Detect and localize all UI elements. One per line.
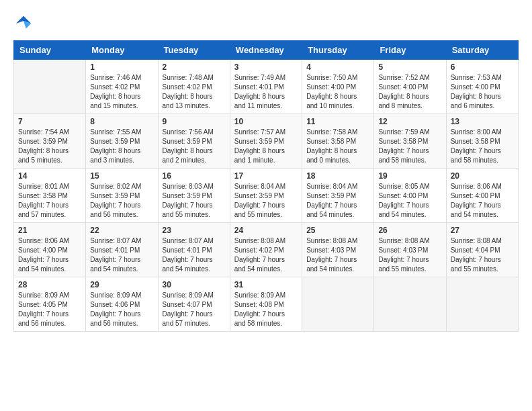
calendar-cell: 27Sunrise: 8:08 AMSunset: 4:04 PMDayligh… bbox=[446, 223, 518, 277]
weekday-header-sunday: Sunday bbox=[14, 41, 86, 60]
day-info: Sunrise: 8:07 AMSunset: 4:01 PMDaylight:… bbox=[163, 236, 226, 274]
day-number: 10 bbox=[234, 117, 298, 126]
calendar-cell: 22Sunrise: 8:07 AMSunset: 4:01 PMDayligh… bbox=[86, 223, 158, 277]
calendar-cell bbox=[446, 277, 518, 332]
weekday-header-friday: Friday bbox=[374, 41, 446, 60]
day-number: 15 bbox=[90, 171, 153, 181]
weekday-header-thursday: Thursday bbox=[302, 41, 374, 60]
calendar-cell: 5Sunrise: 7:52 AMSunset: 4:00 PMDaylight… bbox=[374, 60, 446, 114]
day-number: 19 bbox=[378, 171, 441, 181]
day-number: 21 bbox=[18, 226, 81, 235]
day-number: 16 bbox=[163, 171, 226, 181]
calendar-cell: 7Sunrise: 7:54 AMSunset: 3:59 PMDaylight… bbox=[14, 114, 86, 169]
day-number: 28 bbox=[18, 280, 81, 289]
calendar-cell: 24Sunrise: 8:08 AMSunset: 4:02 PMDayligh… bbox=[230, 223, 302, 277]
calendar-cell: 14Sunrise: 8:01 AMSunset: 3:58 PMDayligh… bbox=[14, 169, 86, 223]
day-number: 18 bbox=[306, 171, 369, 181]
calendar-cell bbox=[14, 60, 86, 114]
day-number: 31 bbox=[234, 280, 298, 289]
calendar-table: SundayMondayTuesdayWednesdayThursdayFrid… bbox=[13, 40, 519, 332]
day-info: Sunrise: 7:54 AMSunset: 3:59 PMDaylight:… bbox=[18, 128, 81, 165]
day-number: 2 bbox=[163, 62, 226, 72]
calendar-cell: 18Sunrise: 8:04 AMSunset: 3:59 PMDayligh… bbox=[302, 169, 374, 223]
logo bbox=[13, 13, 36, 34]
calendar-cell: 16Sunrise: 8:03 AMSunset: 3:59 PMDayligh… bbox=[158, 169, 230, 223]
day-info: Sunrise: 8:01 AMSunset: 3:58 PMDaylight:… bbox=[18, 182, 81, 220]
day-number: 11 bbox=[306, 117, 369, 126]
day-info: Sunrise: 8:07 AMSunset: 4:01 PMDaylight:… bbox=[90, 236, 153, 274]
weekday-header-tuesday: Tuesday bbox=[158, 41, 230, 60]
logo-icon bbox=[13, 13, 34, 34]
calendar-cell: 15Sunrise: 8:02 AMSunset: 3:59 PMDayligh… bbox=[86, 169, 158, 223]
calendar-cell: 10Sunrise: 7:57 AMSunset: 3:59 PMDayligh… bbox=[230, 114, 302, 169]
weekday-header-wednesday: Wednesday bbox=[230, 41, 302, 60]
calendar-cell bbox=[374, 277, 446, 332]
day-number: 13 bbox=[451, 117, 514, 126]
day-number: 22 bbox=[90, 226, 153, 235]
calendar-cell: 12Sunrise: 7:59 AMSunset: 3:58 PMDayligh… bbox=[374, 114, 446, 169]
day-info: Sunrise: 8:08 AMSunset: 4:03 PMDaylight:… bbox=[306, 236, 369, 274]
calendar-cell: 8Sunrise: 7:55 AMSunset: 3:59 PMDaylight… bbox=[86, 114, 158, 169]
calendar-cell: 29Sunrise: 8:09 AMSunset: 4:06 PMDayligh… bbox=[86, 277, 158, 332]
day-number: 17 bbox=[234, 171, 298, 181]
day-info: Sunrise: 8:02 AMSunset: 3:59 PMDaylight:… bbox=[90, 182, 153, 220]
day-number: 29 bbox=[90, 280, 153, 289]
calendar-cell: 17Sunrise: 8:04 AMSunset: 3:59 PMDayligh… bbox=[230, 169, 302, 223]
calendar-week-row: 14Sunrise: 8:01 AMSunset: 3:58 PMDayligh… bbox=[14, 169, 519, 223]
calendar-cell: 25Sunrise: 8:08 AMSunset: 4:03 PMDayligh… bbox=[302, 223, 374, 277]
day-info: Sunrise: 8:08 AMSunset: 4:04 PMDaylight:… bbox=[451, 236, 514, 274]
calendar-cell: 20Sunrise: 8:06 AMSunset: 4:00 PMDayligh… bbox=[446, 169, 518, 223]
calendar-cell: 21Sunrise: 8:06 AMSunset: 4:00 PMDayligh… bbox=[14, 223, 86, 277]
day-number: 20 bbox=[451, 171, 514, 181]
calendar-cell: 4Sunrise: 7:50 AMSunset: 4:00 PMDaylight… bbox=[302, 60, 374, 114]
calendar-cell: 6Sunrise: 7:53 AMSunset: 4:00 PMDaylight… bbox=[446, 60, 518, 114]
day-info: Sunrise: 8:00 AMSunset: 3:58 PMDaylight:… bbox=[451, 128, 514, 165]
day-info: Sunrise: 7:52 AMSunset: 4:00 PMDaylight:… bbox=[378, 73, 441, 111]
day-number: 26 bbox=[378, 226, 441, 235]
day-number: 3 bbox=[234, 62, 298, 72]
calendar-cell: 11Sunrise: 7:58 AMSunset: 3:58 PMDayligh… bbox=[302, 114, 374, 169]
day-number: 24 bbox=[234, 226, 298, 235]
calendar-cell bbox=[302, 277, 374, 332]
calendar-cell: 9Sunrise: 7:56 AMSunset: 3:59 PMDaylight… bbox=[158, 114, 230, 169]
day-info: Sunrise: 8:04 AMSunset: 3:59 PMDaylight:… bbox=[306, 182, 369, 220]
day-info: Sunrise: 7:53 AMSunset: 4:00 PMDaylight:… bbox=[451, 73, 514, 111]
day-number: 27 bbox=[451, 226, 514, 235]
calendar-week-row: 21Sunrise: 8:06 AMSunset: 4:00 PMDayligh… bbox=[14, 223, 519, 277]
day-info: Sunrise: 8:09 AMSunset: 4:07 PMDaylight:… bbox=[163, 291, 226, 328]
weekday-header-saturday: Saturday bbox=[446, 41, 518, 60]
day-number: 25 bbox=[306, 226, 369, 235]
day-info: Sunrise: 8:08 AMSunset: 4:03 PMDaylight:… bbox=[378, 236, 441, 274]
day-info: Sunrise: 8:06 AMSunset: 4:00 PMDaylight:… bbox=[451, 182, 514, 220]
day-info: Sunrise: 8:06 AMSunset: 4:00 PMDaylight:… bbox=[18, 236, 81, 274]
calendar-cell: 31Sunrise: 8:09 AMSunset: 4:08 PMDayligh… bbox=[230, 277, 302, 332]
calendar-cell: 13Sunrise: 8:00 AMSunset: 3:58 PMDayligh… bbox=[446, 114, 518, 169]
calendar-cell: 26Sunrise: 8:08 AMSunset: 4:03 PMDayligh… bbox=[374, 223, 446, 277]
calendar-week-row: 28Sunrise: 8:09 AMSunset: 4:05 PMDayligh… bbox=[14, 277, 519, 332]
day-info: Sunrise: 8:03 AMSunset: 3:59 PMDaylight:… bbox=[163, 182, 226, 220]
day-number: 8 bbox=[90, 117, 153, 126]
weekday-header-row: SundayMondayTuesdayWednesdayThursdayFrid… bbox=[14, 41, 519, 60]
day-number: 5 bbox=[378, 62, 441, 72]
day-info: Sunrise: 7:58 AMSunset: 3:58 PMDaylight:… bbox=[306, 128, 369, 165]
day-info: Sunrise: 8:09 AMSunset: 4:05 PMDaylight:… bbox=[18, 291, 81, 328]
day-number: 9 bbox=[163, 117, 226, 126]
day-info: Sunrise: 7:48 AMSunset: 4:02 PMDaylight:… bbox=[163, 73, 226, 111]
day-info: Sunrise: 7:49 AMSunset: 4:01 PMDaylight:… bbox=[234, 73, 298, 111]
day-info: Sunrise: 7:56 AMSunset: 3:59 PMDaylight:… bbox=[163, 128, 226, 165]
day-number: 14 bbox=[18, 171, 81, 181]
day-number: 6 bbox=[451, 62, 514, 72]
day-number: 4 bbox=[306, 62, 369, 72]
weekday-header-monday: Monday bbox=[86, 41, 158, 60]
day-info: Sunrise: 7:57 AMSunset: 3:59 PMDaylight:… bbox=[234, 128, 298, 165]
svg-marker-0 bbox=[16, 16, 32, 24]
calendar-week-row: 1Sunrise: 7:46 AMSunset: 4:02 PMDaylight… bbox=[14, 60, 519, 114]
calendar-cell: 3Sunrise: 7:49 AMSunset: 4:01 PMDaylight… bbox=[230, 60, 302, 114]
day-info: Sunrise: 8:08 AMSunset: 4:02 PMDaylight:… bbox=[234, 236, 298, 274]
calendar-cell: 28Sunrise: 8:09 AMSunset: 4:05 PMDayligh… bbox=[14, 277, 86, 332]
day-info: Sunrise: 8:09 AMSunset: 4:06 PMDaylight:… bbox=[90, 291, 153, 328]
day-number: 23 bbox=[163, 226, 226, 235]
day-info: Sunrise: 8:04 AMSunset: 3:59 PMDaylight:… bbox=[234, 182, 298, 220]
page-header bbox=[13, 13, 519, 34]
day-number: 30 bbox=[163, 280, 226, 289]
